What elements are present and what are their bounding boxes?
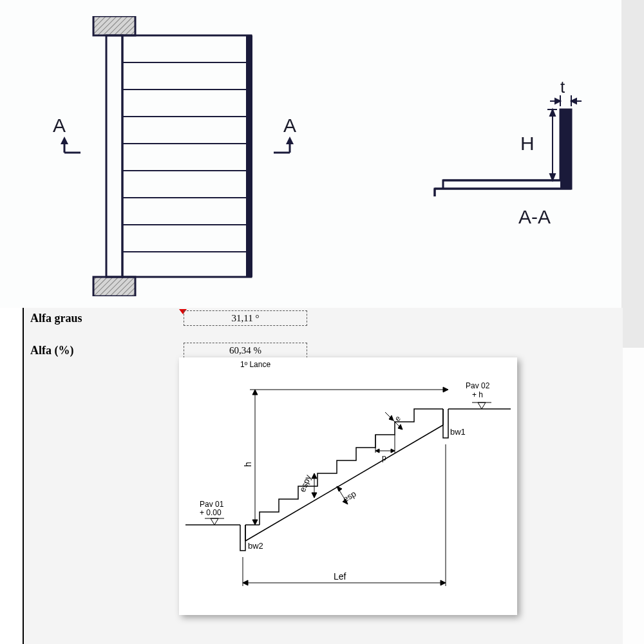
svg-marker-69 — [211, 518, 218, 525]
stair-cross-section-card: 1º Lance Pav 01 + 0.00 Pav 02 + h bw1 bw… — [179, 357, 517, 615]
svg-marker-71 — [478, 402, 486, 409]
svg-rect-2 — [93, 16, 135, 35]
svg-line-41 — [245, 425, 443, 541]
stair-cross-section-svg: 1º Lance Pav 01 + 0.00 Pav 02 + h bw1 bw… — [179, 357, 517, 615]
svg-rect-21 — [560, 109, 571, 189]
pav01-level: + 0.00 — [200, 508, 222, 517]
right-margin-bottom — [621, 348, 644, 644]
svg-marker-29 — [555, 99, 560, 104]
h-label: h — [243, 462, 253, 467]
svg-marker-31 — [571, 99, 576, 104]
svg-marker-17 — [61, 137, 68, 144]
pav02-label: Pav 02 — [466, 381, 490, 390]
dim-h-label: H — [520, 133, 535, 155]
plan-view-svg — [84, 16, 270, 296]
svg-marker-53 — [440, 580, 446, 585]
svg-marker-52 — [243, 580, 248, 585]
svg-marker-56 — [391, 449, 395, 453]
svg-marker-35 — [550, 109, 555, 116]
xsec-title: 1º Lance — [240, 360, 270, 369]
svg-marker-62 — [398, 424, 402, 430]
section-aa-label: A-A — [518, 206, 551, 228]
svg-rect-6 — [122, 35, 251, 277]
p-label: p — [382, 453, 386, 462]
section-marker-right-arrow — [274, 137, 303, 156]
svg-marker-45 — [252, 390, 258, 395]
bw2-label: bw2 — [248, 541, 263, 551]
section-aa-svg — [412, 84, 599, 245]
section-marker-left-label: A — [53, 115, 66, 137]
section-marker-right-label: A — [283, 115, 296, 137]
svg-rect-4 — [106, 35, 122, 277]
section-marker-left-arrow — [52, 137, 80, 156]
alfa-graus-value[interactable]: 31,11 ° — [184, 310, 307, 326]
svg-marker-64 — [337, 486, 342, 491]
svg-rect-3 — [93, 277, 135, 296]
bw1-label: bw1 — [450, 427, 466, 437]
dim-t-label: t — [560, 77, 565, 97]
alfa-percent-label: Alfa (%) — [30, 344, 73, 357]
right-margin-top — [621, 0, 644, 348]
svg-marker-48 — [443, 387, 448, 392]
pav02-level: + h — [472, 390, 483, 399]
alfa-percent-value[interactable]: 60,34 % — [184, 343, 307, 358]
svg-marker-20 — [286, 137, 294, 144]
top-diagram-area: A A — [0, 0, 621, 308]
alfa-graus-label: Alfa graus — [30, 312, 82, 325]
svg-marker-68 — [312, 493, 317, 498]
pav01-label: Pav 01 — [200, 500, 224, 509]
lef-label: Lef — [334, 571, 346, 582]
svg-marker-55 — [375, 449, 379, 453]
svg-marker-46 — [252, 520, 258, 525]
espy-label: espy — [298, 473, 313, 494]
